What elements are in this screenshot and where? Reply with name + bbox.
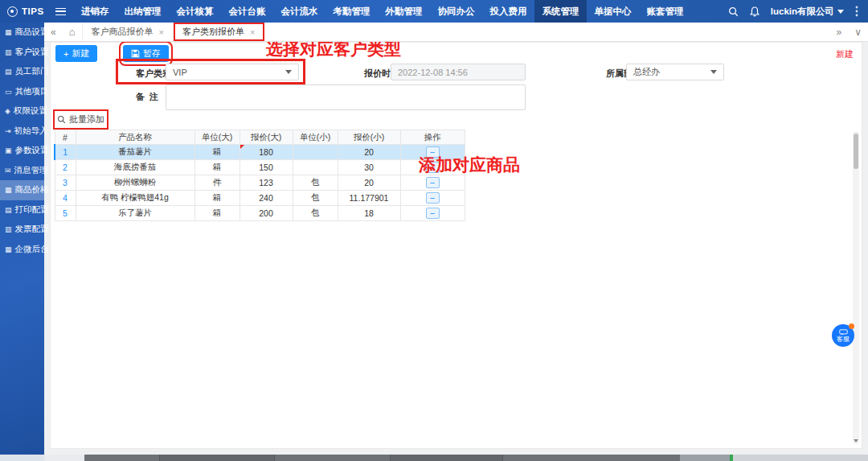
new-record-link[interactable]: 新建	[836, 48, 854, 60]
caret-down-icon	[285, 70, 292, 74]
company-switcher[interactable]: luckin有限公司	[771, 6, 844, 18]
price-big-cell[interactable]: 200	[240, 206, 293, 221]
tab-list-dropdown-icon[interactable]: ∨	[848, 23, 868, 41]
sidebar-item[interactable]: ▭ 其他项目	[0, 82, 44, 102]
price-small-cell[interactable]: 18	[338, 206, 400, 221]
sidebar-item-label: 参数设置	[15, 145, 49, 156]
table-row[interactable]: 5 乐了薯片 箱 200 包 18 −	[55, 206, 465, 221]
sidebar-item[interactable]: ▣ 参数设置	[0, 141, 44, 161]
unit-big-cell[interactable]: 箱	[194, 160, 240, 175]
top-menu-item[interactable]: 会计台账	[221, 0, 273, 23]
logo-icon	[7, 6, 18, 17]
remove-row-button[interactable]: −	[426, 177, 440, 188]
company-name: luckin有限公司	[771, 6, 834, 18]
sidebar-item[interactable]: ▤ 打印配置	[0, 200, 44, 220]
sidebar-item[interactable]: ✉ 消息管理	[0, 161, 44, 181]
price-small-cell[interactable]: 20	[338, 175, 400, 191]
top-menu: 进销存 出纳管理 会计核算 会计台账 会计流水 考	[74, 0, 692, 23]
product-name-cell[interactable]: 海底捞番茄	[76, 160, 194, 175]
batch-add-button[interactable]: 批量添加	[57, 113, 104, 126]
customer-type-select[interactable]: VIP	[166, 64, 299, 80]
top-menu-item[interactable]: 会计核算	[169, 0, 221, 23]
unit-small-cell[interactable]: 包	[293, 191, 338, 206]
table-row[interactable]: 4 有鸭 柠檬鸭翅41g 箱 240 包 11.177901 −	[55, 191, 465, 206]
customer-service-button[interactable]: 客服	[832, 324, 854, 347]
price-small-cell[interactable]: 20	[338, 145, 400, 160]
sidebar-item[interactable]: ▦ 企微后台	[0, 240, 44, 260]
top-menu-item[interactable]: 账套管理	[639, 0, 691, 23]
product-name-cell[interactable]: 柳州螺蛳粉	[76, 175, 194, 191]
unit-small-cell[interactable]	[293, 145, 338, 160]
sidebar-item[interactable]: ◈ 权限设置	[0, 101, 44, 121]
sidebar-item[interactable]: ▤ 员工部门	[0, 62, 44, 82]
open-tabs: 客户商品报价单 × 客户类别报价单 ×	[83, 23, 265, 41]
table-row[interactable]: 1 番茄薯片 箱 180 20 −	[55, 145, 465, 160]
vertical-scrollbar[interactable]	[853, 131, 859, 444]
scroll-down-arrow[interactable]	[853, 437, 859, 445]
top-menu-item[interactable]: 考勤管理	[326, 0, 378, 23]
unit-big-cell[interactable]: 箱	[194, 206, 240, 221]
close-tab-icon[interactable]: ×	[159, 27, 164, 37]
sidebar-item-label: 企微后台	[15, 244, 49, 255]
sidebar-item-icon: ▤	[5, 68, 12, 76]
table-body: 1 番茄薯片 箱 180 20 − 2 海底捞番茄 箱	[55, 145, 465, 221]
customer-type-value: VIP	[173, 68, 187, 77]
sidebar-item[interactable]: ▥ 发票配置	[0, 220, 44, 240]
floppy-save-icon	[131, 49, 140, 58]
remove-row-button[interactable]: −	[426, 192, 440, 204]
sidebar-item[interactable]: ▦ 商品设置	[0, 23, 44, 43]
product-name-cell[interactable]: 有鸭 柠檬鸭翅41g	[76, 191, 194, 206]
top-menu-item[interactable]: 单据中心	[587, 0, 639, 23]
unit-big-cell[interactable]: 箱	[194, 145, 240, 160]
operation-cell: −	[400, 175, 465, 191]
table-row[interactable]: 2 海底捞番茄 箱 150 30 −	[55, 160, 465, 175]
price-small-cell[interactable]: 30	[338, 160, 400, 175]
unit-small-cell[interactable]: 包	[293, 175, 338, 191]
app-logo[interactable]: TIPS	[0, 6, 52, 17]
close-tab-icon[interactable]: ×	[250, 27, 255, 37]
expand-tabs-icon[interactable]: »	[830, 23, 849, 41]
unit-big-cell[interactable]: 件	[194, 175, 240, 191]
customer-service-label: 客服	[837, 336, 850, 343]
menu-toggle-icon[interactable]	[55, 8, 66, 15]
unit-small-cell[interactable]: 包	[293, 206, 338, 221]
sidebar-item-icon: ⇥	[5, 127, 11, 135]
top-menu-item[interactable]: 外勤管理	[378, 0, 430, 23]
save-draft-button[interactable]: 暂存	[123, 45, 169, 62]
top-menu-item[interactable]: 进销存	[74, 0, 117, 23]
scrollbar-thumb[interactable]	[854, 134, 858, 169]
product-name-cell[interactable]: 番茄薯片	[76, 145, 194, 160]
table-row[interactable]: 3 柳州螺蛳粉 件 123 包 20 −	[55, 175, 465, 191]
sidebar-item-icon: ▥	[5, 225, 12, 233]
price-big-cell[interactable]: 240	[240, 191, 293, 206]
top-menu-item[interactable]: 投入费用	[482, 0, 534, 23]
sidebar-item[interactable]: ⇥ 初始导入	[0, 121, 44, 142]
notification-bell-icon[interactable]	[750, 6, 760, 17]
price-big-cell[interactable]: 180	[240, 145, 293, 160]
search-icon[interactable]	[728, 6, 739, 17]
home-tab-icon[interactable]: ⌂	[63, 23, 83, 41]
price-big-cell[interactable]: 150	[240, 160, 293, 175]
top-menu-item[interactable]: 出纳管理	[117, 0, 169, 23]
price-small-cell[interactable]: 11.177901	[338, 191, 400, 206]
unit-small-cell[interactable]	[293, 160, 338, 175]
top-menu-item-label: 会计核算	[177, 6, 214, 18]
top-menu-item[interactable]: 协同办公	[430, 0, 482, 23]
page-tab[interactable]: 客户类别报价单 ×	[174, 23, 264, 41]
remove-row-button[interactable]: −	[426, 208, 440, 219]
sidebar-item[interactable]: ▦ 商品价格	[0, 180, 44, 200]
new-button[interactable]: + 新建	[55, 45, 97, 62]
department-select[interactable]: 总经办	[626, 64, 724, 80]
more-options-icon[interactable]	[855, 6, 858, 17]
remark-textarea[interactable]	[166, 84, 526, 110]
plus-icon: +	[63, 49, 68, 59]
top-menu-item[interactable]: 系统管理	[534, 0, 587, 23]
product-name-cell[interactable]: 乐了薯片	[76, 206, 194, 221]
sidebar-item[interactable]: ▥ 客户设置	[0, 43, 44, 63]
page-tab[interactable]: 客户商品报价单 ×	[83, 23, 174, 41]
brand-name: TIPS	[22, 6, 44, 16]
notification-dot	[849, 323, 854, 329]
top-menu-item[interactable]: 会计流水	[273, 0, 326, 23]
unit-big-cell[interactable]: 箱	[194, 191, 240, 206]
price-big-cell[interactable]: 123	[240, 175, 293, 191]
